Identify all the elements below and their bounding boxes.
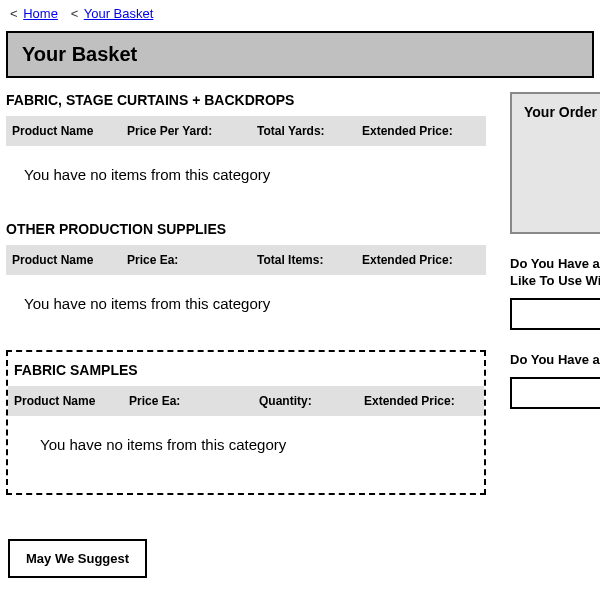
col-total-yards: Total Yards:	[257, 124, 362, 138]
section-other-title: OTHER PRODUCTION SUPPLIES	[6, 221, 486, 237]
table-header: Product Name Price Ea: Quantity: Extende…	[8, 386, 484, 416]
col-price-per-yard: Price Per Yard:	[127, 124, 257, 138]
promo-input-1[interactable]	[510, 298, 600, 330]
col-price-ea: Price Ea:	[127, 253, 257, 267]
section-samples-title: FABRIC SAMPLES	[8, 362, 484, 378]
promo-block-2: Do You Have a	[510, 352, 600, 409]
summary-estimate: Esti	[524, 156, 600, 170]
col-extended-price: Extended Price:	[364, 394, 478, 408]
section-other: OTHER PRODUCTION SUPPLIES Product Name P…	[6, 221, 486, 332]
breadcrumb-home-link[interactable]: Home	[23, 6, 58, 21]
breadcrumb-basket-link[interactable]: Your Basket	[84, 6, 154, 21]
col-price-ea: Price Ea:	[129, 394, 259, 408]
section-fabric-title: FABRIC, STAGE CURTAINS + BACKDROPS	[6, 92, 486, 108]
col-quantity: Quantity:	[259, 394, 364, 408]
table-header: Product Name Price Ea: Total Items: Exte…	[6, 245, 486, 275]
order-summary: Your Order Su Merchan Esti Orde Estimate…	[510, 92, 600, 234]
breadcrumb-sep: <	[71, 6, 79, 21]
col-product-name: Product Name	[12, 253, 127, 267]
col-product-name: Product Name	[12, 124, 127, 138]
may-we-suggest: May We Suggest	[8, 539, 147, 578]
summary-merchandise: Merchan	[524, 136, 600, 150]
section-fabric: FABRIC, STAGE CURTAINS + BACKDROPS Produ…	[6, 92, 486, 203]
page-title: Your Basket	[6, 31, 594, 78]
promo-block-1: Do You Have a Like To Use Wit	[510, 256, 600, 330]
col-extended-price: Extended Price:	[362, 253, 480, 267]
section-samples: FABRIC SAMPLES Product Name Price Ea: Qu…	[6, 350, 486, 495]
table-header: Product Name Price Per Yard: Total Yards…	[6, 116, 486, 146]
promo-label-2: Do You Have a	[510, 352, 600, 369]
breadcrumb: < Home < Your Basket	[0, 0, 600, 27]
col-extended-price: Extended Price:	[362, 124, 480, 138]
empty-message: You have no items from this category	[6, 275, 486, 332]
summary-estimated-order: Estimated O	[524, 202, 600, 216]
col-total-items: Total Items:	[257, 253, 362, 267]
col-product-name: Product Name	[14, 394, 129, 408]
promo-label-1: Do You Have a Like To Use Wit	[510, 256, 600, 290]
breadcrumb-sep: <	[10, 6, 18, 21]
empty-message: You have no items from this category	[6, 146, 486, 203]
order-summary-title: Your Order Su	[524, 104, 600, 120]
promo-input-2[interactable]	[510, 377, 600, 409]
summary-order: Orde	[524, 176, 600, 196]
empty-message: You have no items from this category	[8, 416, 484, 473]
